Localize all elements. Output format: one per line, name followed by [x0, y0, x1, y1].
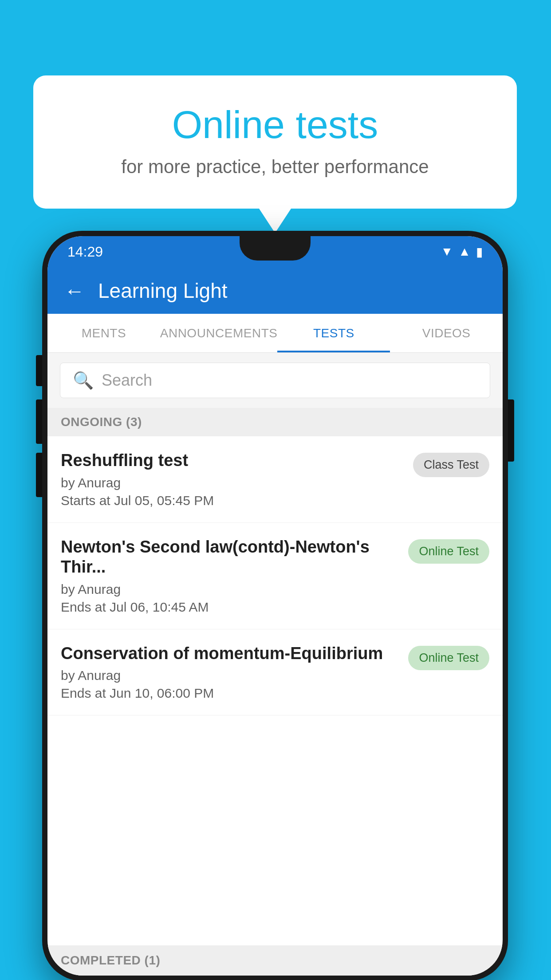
ongoing-label: ONGOING (3): [61, 415, 142, 429]
volume-up-button: [36, 355, 42, 386]
test-info-newton: Newton's Second law(contd)-Newton's Thir…: [61, 537, 408, 615]
battery-icon: ▮: [476, 245, 483, 259]
test-author-conservation: by Anurag: [61, 668, 399, 683]
tab-ments[interactable]: MENTS: [47, 314, 160, 352]
status-time: 14:29: [67, 244, 103, 260]
status-icons: ▼ ▲ ▮: [441, 245, 483, 259]
test-name-newton: Newton's Second law(contd)-Newton's Thir…: [61, 537, 399, 577]
test-date-conservation: Ends at Jun 10, 06:00 PM: [61, 686, 399, 701]
test-badge-conservation: Online Test: [408, 646, 489, 670]
phone-mockup: 14:29 ▼ ▲ ▮ ← Learning Light MENTS ANNOU…: [42, 231, 508, 980]
bubble-title: Online tests: [69, 102, 481, 147]
test-item-conservation[interactable]: Conservation of momentum-Equilibrium by …: [47, 629, 503, 716]
completed-label: COMPLETED (1): [61, 953, 160, 967]
power-button: [508, 399, 514, 462]
search-input[interactable]: Search: [102, 371, 152, 390]
phone-notch: [240, 236, 311, 261]
phone-outer: 14:29 ▼ ▲ ▮ ← Learning Light MENTS ANNOU…: [42, 231, 508, 980]
test-badge-newton: Online Test: [408, 539, 489, 564]
test-badge-reshuffling: Class Test: [413, 453, 489, 477]
search-icon: 🔍: [73, 371, 94, 390]
test-date-reshuffling: Starts at Jul 05, 05:45 PM: [61, 493, 404, 508]
signal-icon: ▲: [458, 245, 471, 259]
test-name-reshuffling: Reshuffling test: [61, 450, 404, 471]
ongoing-section-header: ONGOING (3): [47, 408, 503, 436]
tabs-container: MENTS ANNOUNCEMENTS TESTS VIDEOS: [47, 314, 503, 353]
test-item-reshuffling[interactable]: Reshuffling test by Anurag Starts at Jul…: [47, 436, 503, 523]
speech-bubble: Online tests for more practice, better p…: [33, 75, 517, 209]
test-info-conservation: Conservation of momentum-Equilibrium by …: [61, 644, 408, 701]
tab-tests[interactable]: TESTS: [277, 314, 390, 352]
completed-section-header: COMPLETED (1): [47, 945, 503, 976]
search-box[interactable]: 🔍 Search: [60, 363, 490, 398]
volume-down-button: [36, 399, 42, 444]
bubble-subtitle: for more practice, better performance: [69, 156, 481, 178]
search-container: 🔍 Search: [47, 353, 503, 408]
app-title: Learning Light: [98, 279, 228, 303]
test-author-newton: by Anurag: [61, 582, 399, 597]
app-header: ← Learning Light: [47, 267, 503, 314]
wifi-icon: ▼: [441, 245, 453, 259]
test-date-newton: Ends at Jul 06, 10:45 AM: [61, 600, 399, 615]
back-button[interactable]: ←: [64, 279, 85, 303]
test-author-reshuffling: by Anurag: [61, 475, 404, 490]
test-info-reshuffling: Reshuffling test by Anurag Starts at Jul…: [61, 450, 413, 508]
test-item-newton[interactable]: Newton's Second law(contd)-Newton's Thir…: [47, 523, 503, 629]
test-name-conservation: Conservation of momentum-Equilibrium: [61, 644, 399, 664]
tab-videos[interactable]: VIDEOS: [390, 314, 503, 352]
silent-button: [36, 453, 42, 497]
phone-screen: 14:29 ▼ ▲ ▮ ← Learning Light MENTS ANNOU…: [47, 236, 503, 976]
tab-announcements[interactable]: ANNOUNCEMENTS: [160, 314, 278, 352]
